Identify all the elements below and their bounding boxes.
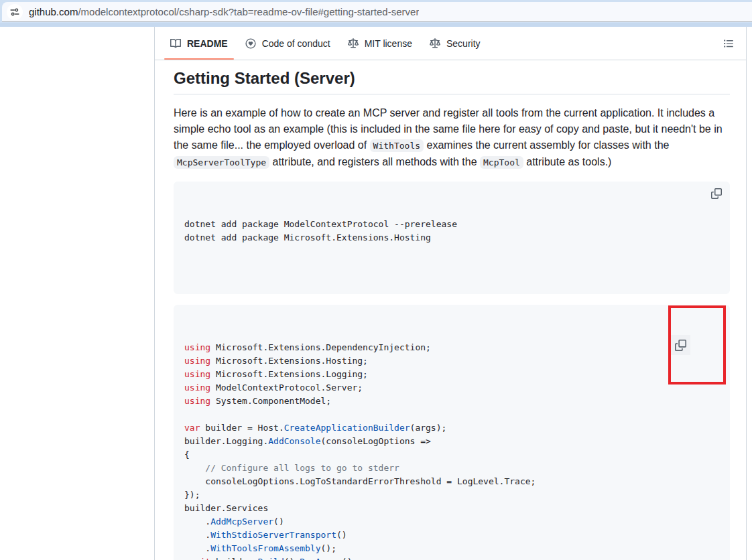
copy-icon bbox=[711, 188, 722, 199]
paragraph-text: attribute as tools.) bbox=[523, 156, 612, 167]
tab-security-label: Security bbox=[446, 38, 481, 49]
url-text[interactable]: github.com/modelcontextprotocol/csharp-s… bbox=[29, 6, 419, 17]
code-line: consoleLogOptions.LogToStandardErrorThre… bbox=[184, 475, 719, 488]
tab-code-of-conduct[interactable]: Code of conduct bbox=[239, 27, 336, 60]
code-line: var builder = Host.CreateApplicationBuil… bbox=[184, 421, 719, 435]
copy-icon bbox=[675, 340, 686, 351]
code-line: await builder.Build().RunAsync(); bbox=[184, 555, 719, 560]
section-heading: Getting Started (Server) bbox=[174, 68, 730, 94]
tab-mit-license-label: MIT license bbox=[365, 38, 412, 49]
list-unordered-icon bbox=[723, 38, 734, 49]
tab-mit-license[interactable]: MIT license bbox=[342, 27, 418, 60]
code-line: builder.Services bbox=[184, 502, 719, 515]
code-line: .WithToolsFromAssembly(); bbox=[184, 542, 719, 555]
url-host: github.com bbox=[29, 6, 78, 17]
code-line: using Microsoft.Extensions.Hosting; bbox=[184, 354, 719, 368]
browser-chrome: github.com/modelcontextprotocol/csharp-s… bbox=[0, 0, 752, 27]
url-path: /modelcontextprotocol/csharp-sdk?tab=rea… bbox=[78, 6, 419, 17]
copy-button[interactable] bbox=[711, 188, 722, 199]
paragraph-text: attribute, and registers all methods wit… bbox=[269, 156, 480, 167]
tab-readme[interactable]: README bbox=[164, 27, 234, 60]
code-line: { bbox=[184, 448, 719, 462]
inline-code: McpTool bbox=[480, 156, 523, 169]
code-line: using Microsoft.Extensions.Logging; bbox=[184, 368, 719, 381]
paragraph-text: examines the current assembly for classe… bbox=[424, 139, 669, 151]
site-controls-button[interactable] bbox=[7, 4, 23, 20]
annotation-highlight-box bbox=[668, 305, 726, 384]
tab-code-of-conduct-label: Code of conduct bbox=[262, 38, 330, 49]
tab-readme-label: README bbox=[187, 38, 228, 49]
github-page: README Code of conduct MIT license Secur… bbox=[0, 27, 752, 560]
copy-button-highlighted[interactable] bbox=[671, 335, 690, 355]
inline-code: WithTools bbox=[370, 139, 424, 152]
readme-container: README Code of conduct MIT license Secur… bbox=[154, 27, 747, 560]
code-line: builder.Logging.AddConsole(consoleLogOpt… bbox=[184, 435, 719, 448]
code-block-install: dotnet add package ModelContextProtocol … bbox=[174, 182, 730, 294]
code-line: dotnet add package ModelContextProtocol … bbox=[184, 218, 719, 231]
code-block-server-example-content: using Microsoft.Extensions.DependencyInj… bbox=[184, 341, 719, 560]
code-of-conduct-icon bbox=[245, 38, 256, 49]
intro-paragraph: Here is an example of how to create an M… bbox=[174, 105, 730, 171]
address-bar[interactable]: github.com/modelcontextprotocol/csharp-s… bbox=[2, 2, 752, 22]
inline-code: McpServerToolType bbox=[174, 156, 269, 169]
tab-security[interactable]: Security bbox=[424, 27, 487, 60]
tune-icon bbox=[10, 7, 19, 17]
code-line: using ModelContextProtocol.Server; bbox=[184, 381, 719, 395]
code-line: // Configure all logs to go to stderr bbox=[184, 462, 719, 475]
code-line: }); bbox=[184, 488, 719, 502]
law-icon bbox=[430, 38, 440, 49]
code-line: using System.ComponentModel; bbox=[184, 395, 719, 408]
code-block-install-content: dotnet add package ModelContextProtocol … bbox=[184, 218, 719, 244]
book-icon bbox=[170, 38, 181, 49]
readme-tab-header: README Code of conduct MIT license Secur… bbox=[155, 27, 746, 60]
code-line: .AddMcpServer() bbox=[184, 515, 719, 529]
code-line: using Microsoft.Extensions.DependencyInj… bbox=[184, 341, 719, 354]
code-line bbox=[184, 408, 719, 421]
code-block-server-example: using Microsoft.Extensions.DependencyInj… bbox=[174, 305, 730, 560]
law-icon bbox=[348, 38, 359, 49]
outline-button[interactable] bbox=[719, 34, 738, 53]
code-line: .WithStdioServerTransport() bbox=[184, 529, 719, 542]
code-line: dotnet add package Microsoft.Extensions.… bbox=[184, 231, 719, 244]
readme-body: Getting Started (Server) Here is an exam… bbox=[155, 60, 746, 560]
